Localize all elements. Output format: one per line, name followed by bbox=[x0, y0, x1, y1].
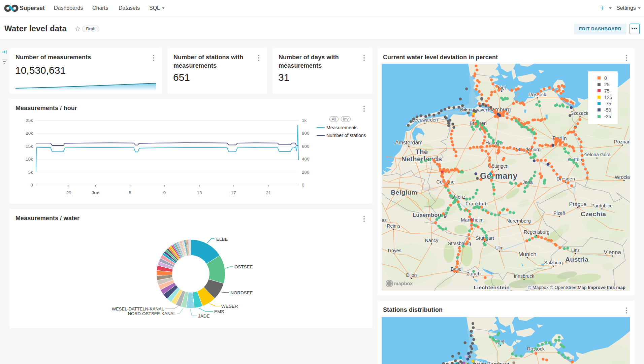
svg-text:-75: -75 bbox=[604, 101, 611, 106]
svg-text:The: The bbox=[415, 148, 428, 156]
svg-text:Belgium: Belgium bbox=[391, 189, 417, 196]
svg-text:Szczecin: Szczecin bbox=[570, 110, 590, 116]
svg-text:Leeuwarden: Leeuwarden bbox=[412, 117, 438, 123]
svg-text:Munich: Munich bbox=[518, 251, 536, 257]
svg-text:0: 0 bbox=[302, 183, 304, 188]
svg-text:WESEL-DATTELN-KANAL: WESEL-DATTELN-KANAL bbox=[112, 306, 164, 311]
svg-text:-25: -25 bbox=[604, 114, 611, 119]
svg-text:20k: 20k bbox=[26, 131, 33, 136]
svg-text:Nancy: Nancy bbox=[425, 238, 439, 243]
svg-text:NORDSEE: NORDSEE bbox=[230, 290, 253, 295]
svg-text:400: 400 bbox=[302, 157, 310, 162]
svg-text:13: 13 bbox=[197, 190, 202, 195]
svg-text:WESER: WESER bbox=[221, 304, 238, 309]
svg-text:EMS: EMS bbox=[214, 309, 224, 314]
svg-text:Germany: Germany bbox=[480, 171, 518, 180]
svg-text:Jun: Jun bbox=[91, 190, 99, 195]
svg-text:Inv: Inv bbox=[343, 117, 348, 122]
svg-text:5: 5 bbox=[129, 190, 131, 195]
svg-text:Innsbruck: Innsbruck bbox=[514, 273, 535, 279]
svg-text:NORD-OSTSEE-KANAL: NORD-OSTSEE-KANAL bbox=[128, 311, 176, 316]
svg-text:1k: 1k bbox=[302, 118, 307, 123]
svg-text:15k: 15k bbox=[26, 144, 33, 149]
svg-text:Amsterdam: Amsterdam bbox=[395, 140, 423, 145]
svg-text:Nuremberg: Nuremberg bbox=[506, 218, 531, 224]
svg-text:25: 25 bbox=[604, 82, 610, 87]
svg-text:17: 17 bbox=[231, 190, 236, 195]
svg-text:25k: 25k bbox=[26, 118, 33, 123]
svg-text:600: 600 bbox=[302, 144, 310, 149]
svg-text:Liechtenstein: Liechtenstein bbox=[474, 285, 510, 290]
svg-text:800: 800 bbox=[302, 131, 310, 136]
svg-text:Regensburg: Regensburg bbox=[524, 229, 549, 235]
svg-text:Linz: Linz bbox=[571, 247, 580, 253]
svg-text:0: 0 bbox=[30, 183, 33, 188]
svg-text:-50: -50 bbox=[604, 107, 611, 113]
svg-text:Troyes: Troyes bbox=[387, 248, 401, 253]
svg-text:125: 125 bbox=[604, 95, 612, 100]
svg-text:JADE: JADE bbox=[198, 313, 210, 319]
svg-text:All: All bbox=[332, 117, 336, 122]
svg-text:OSTSEE: OSTSEE bbox=[234, 264, 253, 269]
svg-text:10k: 10k bbox=[26, 157, 33, 162]
svg-text:Plzeň: Plzeň bbox=[553, 210, 565, 216]
svg-text:75: 75 bbox=[604, 88, 610, 94]
svg-text:Measurements: Measurements bbox=[326, 125, 358, 130]
svg-text:Reims: Reims bbox=[387, 223, 400, 229]
svg-text:Charleville-Mézières: Charleville-Mézières bbox=[382, 218, 387, 223]
svg-text:Poznań: Poznań bbox=[614, 139, 630, 144]
svg-text:Ulm: Ulm bbox=[495, 245, 504, 251]
svg-text:Pardubice: Pardubice bbox=[591, 203, 612, 208]
svg-text:Number of stations: Number of stations bbox=[326, 133, 366, 138]
svg-text:Hamburg: Hamburg bbox=[486, 361, 509, 364]
svg-text:Zielona Góra: Zielona Góra bbox=[583, 152, 611, 157]
svg-text:Dijon: Dijon bbox=[406, 272, 417, 278]
svg-text:Vienna: Vienna bbox=[604, 249, 621, 255]
svg-text:200: 200 bbox=[302, 170, 310, 175]
svg-text:Czechia: Czechia bbox=[581, 210, 606, 218]
svg-text:Wrocław: Wrocław bbox=[615, 174, 630, 180]
svg-text:0: 0 bbox=[604, 75, 607, 81]
svg-text:9: 9 bbox=[163, 190, 166, 195]
svg-text:Prague: Prague bbox=[569, 201, 587, 207]
svg-text:Salzburg: Salzburg bbox=[544, 260, 563, 265]
svg-text:mapbox: mapbox bbox=[394, 281, 413, 286]
svg-text:© Mapbox © OpenStreetMap Impro: © Mapbox © OpenStreetMap Improve this ma… bbox=[528, 285, 625, 290]
svg-text:21: 21 bbox=[266, 190, 271, 195]
svg-text:5k: 5k bbox=[28, 170, 33, 175]
svg-text:29: 29 bbox=[66, 190, 71, 195]
svg-text:Austria: Austria bbox=[565, 256, 588, 263]
svg-text:ELBE: ELBE bbox=[216, 237, 228, 242]
